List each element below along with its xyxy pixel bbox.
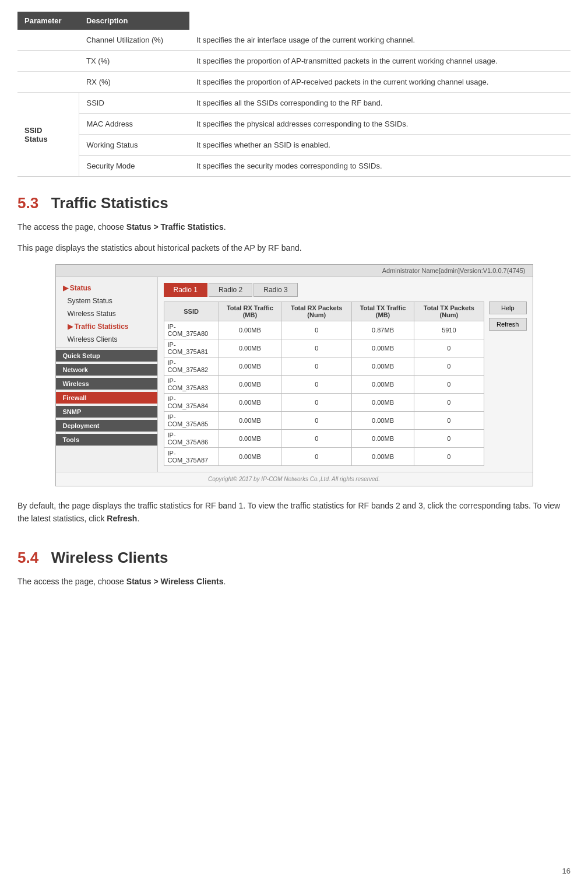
param-cell xyxy=(17,72,79,93)
section-54: 5.4 Wireless Clients The access the page… xyxy=(17,549,571,588)
sidebar-section-tools: Tools xyxy=(56,434,157,446)
ui-footer: Copyright© 2017 by IP-COM Networks Co.,L… xyxy=(56,472,533,486)
refresh-button[interactable]: Refresh xyxy=(489,318,527,331)
th-tx-traffic: Total TX Traffic (MB) xyxy=(352,301,414,321)
param-name-cell: SSID xyxy=(79,93,189,114)
param-name-cell: TX (%) xyxy=(79,51,189,72)
intro-end: . xyxy=(224,577,226,586)
th-rx-packets: Total RX Packets (Num) xyxy=(281,301,352,321)
col1-header: Parameter xyxy=(17,12,79,30)
section-53-intro2: This page displays the statistics about … xyxy=(17,241,571,254)
ui-content-area: SSID Total RX Traffic (MB) Total RX Pack… xyxy=(164,301,527,466)
param-desc-cell: It specifies the security modes correspo… xyxy=(189,156,571,177)
param-desc-cell: It specifies the proportion of AP-receiv… xyxy=(189,72,571,93)
table-row: IP-COM_375A810.00MB00.00MB0 xyxy=(164,339,484,357)
sidebar-item-wireless-clients[interactable]: Wireless Clients xyxy=(56,333,157,346)
sidebar-section-network: Network xyxy=(56,364,157,376)
page-content: Parameter Description Channel Utilizatio… xyxy=(0,0,588,608)
intro1-text: The access the page, choose xyxy=(17,222,126,232)
param-name-cell: Channel Utilization (%) xyxy=(79,30,189,51)
intro1-bold: Status > Traffic Statistics xyxy=(126,222,224,232)
ui-sidebar: ▶ Status System Status Wireless Status ▶… xyxy=(56,277,158,472)
param-name-cell: MAC Address xyxy=(79,114,189,135)
intro1-end: . xyxy=(224,222,226,232)
table-row: Channel Utilization (%) It specifies the… xyxy=(17,30,571,51)
table-row: MAC Address It specifies the physical ad… xyxy=(17,114,571,135)
tab-radio3[interactable]: Radio 3 xyxy=(253,283,297,297)
sidebar-section-quick-setup: Quick Setup xyxy=(56,350,157,362)
section-54-title: Wireless Clients xyxy=(51,549,168,566)
section-53: 5.3 Traffic Statistics The access the pa… xyxy=(17,194,571,525)
ui-main: Radio 1 Radio 2 Radio 3 SSID Total RX Tr… xyxy=(158,277,533,472)
section-54-intro: The access the page, choose Status > Wir… xyxy=(17,575,571,588)
table-row: SSIDStatus SSID It specifies all the SSI… xyxy=(17,93,571,114)
intro-bold: Status > Wireless Clients xyxy=(126,577,224,586)
body1-text: By default, the page displays the traffi… xyxy=(17,501,560,523)
col2-header: Description xyxy=(79,12,189,30)
param-desc-cell: It specifies the physical addresses corr… xyxy=(189,114,571,135)
table-row: IP-COM_375A860.00MB00.00MB0 xyxy=(164,429,484,447)
th-ssid: SSID xyxy=(164,301,219,321)
sidebar-section-deployment: Deployment xyxy=(56,420,157,432)
param-name-cell: Security Mode xyxy=(79,156,189,177)
intro-text: The access the page, choose xyxy=(17,577,126,586)
param-name-cell: RX (%) xyxy=(79,72,189,93)
ui-data-table-wrap: SSID Total RX Traffic (MB) Total RX Pack… xyxy=(164,301,484,466)
table-row: RX (%) It specifies the proportion of AP… xyxy=(17,72,571,93)
sidebar-section-firewall: Firewall xyxy=(56,392,157,404)
param-name-cell: Working Status xyxy=(79,135,189,156)
table-row: IP-COM_375A840.00MB00.00MB0 xyxy=(164,393,484,411)
sidebar-divider-1 xyxy=(56,347,157,348)
section-53-number: 5.3 xyxy=(17,194,38,212)
param-desc-cell: It specifies whether an SSID is enabled. xyxy=(189,135,571,156)
ui-mockup-53: Administrator Name[admin]Version:V1.0.0.… xyxy=(55,264,533,486)
param-desc-cell: It specifies the proportion of AP-transm… xyxy=(189,51,571,72)
th-tx-packets: Total TX Packets (Num) xyxy=(414,301,484,321)
section-53-heading: 5.3 Traffic Statistics xyxy=(17,194,571,212)
body1-bold: Refresh xyxy=(107,514,137,523)
table-row: IP-COM_375A820.00MB00.00MB0 xyxy=(164,357,484,375)
ui-topbar: Administrator Name[admin]Version:V1.0.0.… xyxy=(56,265,533,277)
table-row: TX (%) It specifies the proportion of AP… xyxy=(17,51,571,72)
ui-data-table: SSID Total RX Traffic (MB) Total RX Pack… xyxy=(164,301,484,466)
sidebar-section-wireless: Wireless xyxy=(56,378,157,390)
sidebar-section-snmp: SNMP xyxy=(56,406,157,418)
group-label-ssid-status: SSIDStatus xyxy=(17,93,79,177)
table-row: IP-COM_375A870.00MB00.00MB0 xyxy=(164,447,484,465)
sidebar-item-system-status[interactable]: System Status xyxy=(56,295,157,307)
section-54-heading: 5.4 Wireless Clients xyxy=(17,549,571,567)
body1-end: . xyxy=(137,514,139,523)
table-row: IP-COM_375A850.00MB00.00MB0 xyxy=(164,411,484,429)
help-button[interactable]: Help xyxy=(489,301,527,314)
th-rx-traffic: Total RX Traffic (MB) xyxy=(219,301,281,321)
table-row: Working Status It specifies whether an S… xyxy=(17,135,571,156)
parameter-table: Parameter Description Channel Utilizatio… xyxy=(17,12,571,177)
table-row: Security Mode It specifies the security … xyxy=(17,156,571,177)
section-54-number: 5.4 xyxy=(17,549,38,566)
section-53-intro1: The access the page, choose Status > Tra… xyxy=(17,220,571,233)
section-53-title: Traffic Statistics xyxy=(51,194,168,212)
param-cell xyxy=(17,30,79,51)
table-row: IP-COM_375A830.00MB00.00MB0 xyxy=(164,375,484,393)
param-cell xyxy=(17,51,79,72)
param-desc-cell: It specifies all the SSIDs corresponding… xyxy=(189,93,571,114)
tab-radio2[interactable]: Radio 2 xyxy=(209,283,252,297)
sidebar-item-traffic-statistics[interactable]: ▶ Traffic Statistics xyxy=(56,320,157,333)
section-53-body: By default, the page displays the traffi… xyxy=(17,499,571,525)
ui-layout: ▶ Status System Status Wireless Status ▶… xyxy=(56,277,533,472)
ui-tabs: Radio 1 Radio 2 Radio 3 xyxy=(164,283,527,297)
param-desc-cell: It specifies the air interface usage of … xyxy=(189,30,571,51)
sidebar-item-wireless-status[interactable]: Wireless Status xyxy=(56,307,157,320)
ui-buttons: Help Refresh xyxy=(489,301,527,466)
tab-radio1[interactable]: Radio 1 xyxy=(164,283,207,297)
table-row: IP-COM_375A800.00MB00.87MB5910 xyxy=(164,321,484,339)
sidebar-item-status[interactable]: ▶ Status xyxy=(56,282,157,295)
page-number: 16 xyxy=(562,867,571,875)
